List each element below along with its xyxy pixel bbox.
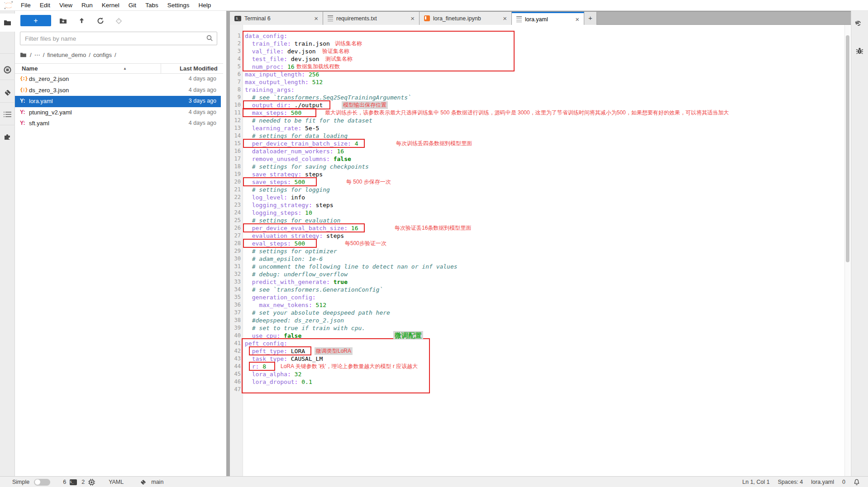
menu-bar: FileEditViewRunKernelGitTabsSettingsHelp	[0, 0, 868, 11]
code-line: save_strategy: steps	[245, 170, 458, 178]
annotation-label-5: 模型输出保存位置	[342, 101, 388, 109]
home-folder-icon[interactable]	[20, 52, 27, 57]
line-number: 25	[230, 217, 241, 224]
column-header-modified[interactable]: Last Modified	[180, 65, 218, 72]
new-tab-button[interactable]: +	[584, 12, 597, 25]
code-line: lora_alpha: 32	[245, 370, 458, 378]
tag-button-disabled	[114, 17, 123, 25]
tab-close-icon[interactable]: ×	[502, 15, 508, 22]
tab-Terminal 6[interactable]: $_Terminal 6×	[230, 12, 323, 25]
editor-scrollbar-track[interactable]	[844, 25, 850, 476]
line-number: 8	[230, 86, 241, 94]
bell-icon[interactable]	[854, 479, 860, 486]
file-row-ds_zero_3.json[interactable]: {:}ds_zero_3.json4 days ago	[15, 85, 221, 96]
editor-scrollbar-thumb[interactable]	[846, 35, 849, 262]
tab-close-icon[interactable]: ×	[574, 16, 580, 23]
git-tab[interactable]	[0, 85, 15, 100]
terminal-icon[interactable]: $_	[70, 479, 77, 485]
kernels-count[interactable]: 2	[81, 479, 85, 485]
code-line: # uncomment the following line to detect…	[245, 263, 458, 270]
menu-tabs[interactable]: Tabs	[141, 0, 163, 11]
menu-git[interactable]: Git	[124, 0, 141, 11]
indent-indicator[interactable]: Spaces: 4	[778, 479, 803, 485]
breadcrumb-dir[interactable]: ⋯	[34, 52, 40, 58]
file-browser-panel: +	[15, 11, 226, 476]
terminals-count[interactable]: 6	[63, 479, 66, 485]
code-line	[245, 386, 458, 393]
main-dock: $_Terminal 6×requirements.txt×lora_finet…	[230, 11, 851, 476]
menu-kernel[interactable]: Kernel	[97, 0, 124, 11]
breadcrumb-dir[interactable]: finetune_demo	[47, 52, 86, 58]
line-number: 5	[230, 63, 241, 71]
line-number: 34	[230, 286, 241, 293]
code-line: logging_strategy: steps	[245, 201, 458, 209]
language-indicator[interactable]: YAML	[109, 479, 124, 485]
line-number: 38	[230, 317, 241, 324]
file-row-ds_zero_2.json[interactable]: {:}ds_zero_2.json4 days ago	[15, 74, 221, 85]
table-of-contents-tab[interactable]	[0, 107, 15, 122]
filter-files-input[interactable]	[25, 33, 204, 44]
menu-run[interactable]: Run	[77, 0, 97, 11]
code-line: # settings for data loading	[245, 132, 458, 140]
code-line: learning_rate: 5e-5	[245, 124, 458, 132]
tab-close-icon[interactable]: ×	[313, 15, 319, 22]
file-row-lora.yaml[interactable]: Y:lora.yaml3 days ago	[15, 96, 221, 107]
line-number: 37	[230, 309, 241, 317]
simple-mode-label: Simple	[12, 479, 29, 485]
upload-icon	[78, 17, 85, 24]
debugger-tab[interactable]	[856, 47, 864, 55]
line-number: 4	[230, 55, 241, 63]
annotation-label-10: 每500步验证一次	[345, 240, 386, 247]
upload-button[interactable]	[77, 17, 86, 25]
column-header-name[interactable]: Name	[22, 65, 38, 72]
tab-lora_finetune.ipynb[interactable]: lora_finetune.ipynb×	[420, 12, 512, 25]
line-number: 40	[230, 332, 241, 340]
notifications-count[interactable]: 0	[842, 479, 845, 485]
code-line: # settings for saving checkpoints	[245, 163, 458, 170]
annotation-label-12: 微调类型LoRA	[315, 347, 353, 355]
cursor-position[interactable]: Ln 1, Col 1	[742, 479, 769, 485]
code-line: logging_steps: 10	[245, 209, 458, 217]
git-branch-name[interactable]: main	[151, 479, 163, 485]
refresh-button[interactable]	[96, 17, 105, 25]
code-line: task_type: CAUSAL_LM	[245, 355, 458, 363]
menu-view[interactable]: View	[55, 0, 77, 11]
kernel-chip-icon[interactable]	[88, 479, 95, 486]
running-sessions-tab[interactable]	[0, 62, 15, 77]
menu-settings[interactable]: Settings	[163, 0, 194, 11]
annotation-label-2: 验证集名称	[322, 47, 349, 55]
property-inspector-tab[interactable]	[856, 21, 864, 29]
new-folder-button[interactable]	[59, 17, 67, 25]
line-number: 11	[230, 109, 241, 117]
extension-manager-tab[interactable]	[0, 129, 15, 144]
simple-mode-toggle[interactable]	[34, 479, 50, 486]
breadcrumb-separator: /	[89, 52, 91, 58]
file-list-header: Name ▲ Last Modified	[15, 63, 223, 74]
file-name: ptuning_v2.yaml	[29, 109, 72, 116]
jupyter-logo	[4, 1, 14, 10]
refresh-icon	[97, 17, 104, 24]
code-content[interactable]: data_config: train_file: train.json val_…	[245, 32, 458, 393]
menu-help[interactable]: Help	[194, 0, 215, 11]
line-number: 27	[230, 232, 241, 240]
file-row-sft.yaml[interactable]: Y:sft.yaml4 days ago	[15, 118, 221, 129]
tab-requirements.txt[interactable]: requirements.txt×	[323, 12, 420, 25]
menu-edit[interactable]: Edit	[35, 0, 55, 11]
new-launcher-button[interactable]: +	[20, 15, 51, 26]
line-number: 21	[230, 186, 241, 194]
code-line: # adam_epsilon: 1e-6	[245, 255, 458, 263]
panel-splitter[interactable]	[226, 11, 230, 476]
line-number: 17	[230, 155, 241, 163]
tab-lora.yaml[interactable]: lora.yaml×	[512, 12, 584, 25]
sort-caret-icon: ▲	[123, 66, 127, 71]
line-number: 41	[230, 340, 241, 347]
file-row-ptuning_v2.yaml[interactable]: Y:ptuning_v2.yaml4 days ago	[15, 107, 221, 118]
filter-box	[20, 32, 217, 45]
code-editor[interactable]: 1234567891011121314151617181920212223242…	[230, 25, 851, 476]
file-browser-tab[interactable]	[0, 14, 15, 32]
active-filename: lora.yaml	[811, 479, 834, 485]
terminal-icon: $_	[234, 16, 241, 21]
breadcrumb-dir[interactable]: configs	[93, 52, 112, 58]
menu-file[interactable]: File	[16, 0, 35, 11]
tab-close-icon[interactable]: ×	[410, 15, 415, 22]
